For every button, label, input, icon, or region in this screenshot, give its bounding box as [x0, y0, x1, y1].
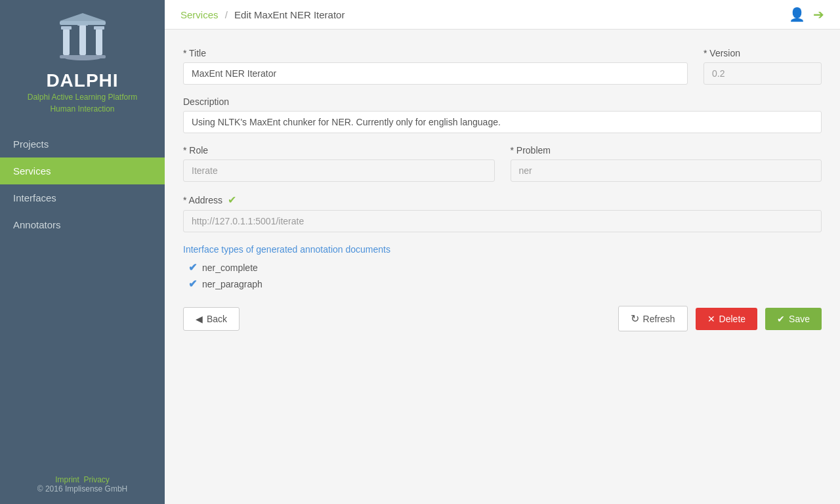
sidebar-footer: Imprint Privacy © 2016 Implisense GmbH: [27, 465, 138, 504]
back-icon: ◀: [196, 314, 203, 324]
save-label: Save: [789, 314, 810, 324]
logout-icon[interactable]: ➔: [813, 7, 824, 22]
svg-rect-7: [60, 21, 106, 25]
app-logo: [56, 10, 109, 65]
sidebar-item-services[interactable]: Services: [0, 158, 165, 184]
problem-group: * Problem: [511, 145, 822, 182]
svg-marker-8: [60, 13, 106, 21]
copyright: © 2016 Implisense GmbH: [37, 484, 128, 494]
imprint-link[interactable]: Imprint: [55, 475, 79, 484]
role-input[interactable]: [183, 159, 495, 182]
sidebar-nav: Projects Services Interfaces Annotators: [0, 131, 165, 238]
svg-rect-3: [96, 29, 102, 55]
title-label: * Title: [183, 48, 688, 58]
address-group: [183, 210, 822, 232]
refresh-label: Refresh: [643, 314, 675, 324]
svg-rect-4: [61, 26, 72, 30]
svg-rect-1: [63, 29, 70, 55]
delete-icon: ✕: [707, 314, 715, 324]
interface-type-ner-paragraph-label: ner_paragraph: [202, 279, 262, 289]
interface-types-list: ✔ ner_complete ✔ ner_paragraph: [188, 261, 822, 290]
app-title: DALPHI: [46, 70, 118, 91]
breadcrumb-separator: /: [225, 9, 228, 20]
save-button[interactable]: ✔ Save: [765, 308, 822, 330]
svg-rect-9: [60, 55, 106, 58]
check-icon-ner-paragraph: ✔: [188, 278, 197, 290]
interface-type-ner-paragraph: ✔ ner_paragraph: [188, 278, 822, 290]
interface-type-ner-complete: ✔ ner_complete: [188, 261, 822, 274]
breadcrumb: Services / Edit MaxEnt NER Iterator: [180, 9, 345, 20]
check-icon-ner-complete: ✔: [188, 261, 197, 274]
delete-button[interactable]: ✕ Delete: [696, 308, 757, 330]
address-label: * Address: [183, 195, 222, 205]
app-subtitle: Dalphi Active Learning Platform Human In…: [17, 91, 148, 115]
breadcrumb-current: Edit MaxEnt NER Iterator: [234, 9, 345, 20]
form-content: * Title * Version Description * Role * P…: [165, 30, 840, 350]
title-version-row: * Title * Version: [183, 48, 822, 85]
topbar: Services / Edit MaxEnt NER Iterator 👤 ➔: [165, 0, 840, 30]
version-input[interactable]: [704, 62, 822, 85]
main-content: Services / Edit MaxEnt NER Iterator 👤 ➔ …: [165, 0, 840, 504]
sidebar-item-interfaces[interactable]: Interfaces: [0, 184, 165, 211]
role-label: * Role: [183, 145, 495, 156]
back-label: Back: [207, 314, 227, 324]
address-valid-icon: ✔: [228, 194, 236, 206]
save-icon: ✔: [777, 314, 785, 324]
address-label-row: * Address ✔: [183, 194, 822, 206]
svg-rect-6: [94, 26, 104, 30]
description-input[interactable]: [183, 111, 822, 133]
delete-label: Delete: [719, 314, 746, 324]
sidebar-item-projects[interactable]: Projects: [0, 131, 165, 158]
svg-rect-2: [79, 25, 86, 55]
title-input[interactable]: [183, 62, 688, 85]
description-row: Description: [183, 96, 822, 133]
button-row: ◀ Back ↻ Refresh ✕ Delete ✔ Save: [183, 306, 822, 331]
version-label: * Version: [704, 48, 822, 58]
sidebar-item-annotators[interactable]: Annotators: [0, 211, 165, 238]
privacy-link[interactable]: Privacy: [84, 475, 110, 484]
sidebar: DALPHI Dalphi Active Learning Platform H…: [0, 0, 165, 504]
problem-input[interactable]: [511, 159, 822, 182]
interface-types-label: Interface types of generated annotation …: [183, 244, 822, 255]
topbar-icons: 👤 ➔: [789, 7, 824, 22]
refresh-icon: ↻: [631, 312, 639, 325]
address-input[interactable]: [183, 210, 822, 232]
breadcrumb-services-link[interactable]: Services: [180, 9, 219, 20]
back-button[interactable]: ◀ Back: [183, 307, 240, 331]
user-icon[interactable]: 👤: [789, 7, 805, 22]
description-group: Description: [183, 96, 822, 133]
role-group: * Role: [183, 145, 495, 182]
problem-label: * Problem: [511, 145, 822, 156]
description-label: Description: [183, 96, 822, 107]
title-group: * Title: [183, 48, 688, 85]
interface-type-ner-complete-label: ner_complete: [202, 262, 258, 273]
version-group: * Version: [704, 48, 822, 85]
role-problem-row: * Role * Problem: [183, 145, 822, 182]
address-row: [183, 210, 822, 232]
refresh-button[interactable]: ↻ Refresh: [618, 306, 688, 331]
